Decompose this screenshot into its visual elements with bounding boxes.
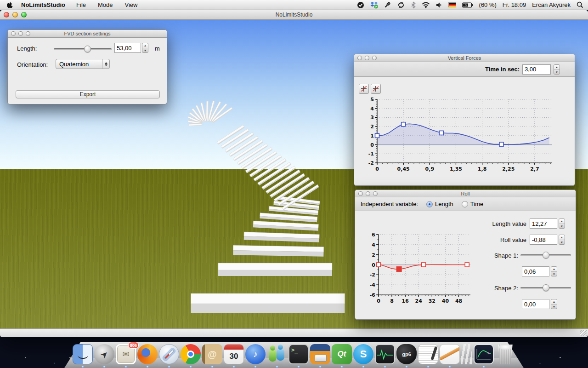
control-point[interactable] bbox=[375, 133, 379, 138]
control-point[interactable] bbox=[422, 263, 426, 267]
active-app-name[interactable]: NoLimitsStudio bbox=[21, 1, 65, 8]
zoom-button[interactable] bbox=[372, 56, 377, 60]
dock-trash-icon[interactable] bbox=[495, 344, 515, 364]
shape1-slider[interactable] bbox=[520, 252, 571, 259]
user-menu[interactable]: Ercan Akyürek bbox=[532, 1, 571, 8]
dock-launchpad-icon[interactable]: ➤ bbox=[94, 344, 114, 364]
trash-glyph[interactable] bbox=[495, 344, 515, 364]
dock-papers-icon[interactable] bbox=[418, 344, 438, 364]
length-value-stepper[interactable]: ▲▼ bbox=[559, 218, 565, 229]
minimize-button[interactable] bbox=[18, 31, 23, 36]
close-button[interactable] bbox=[4, 12, 9, 17]
close-button[interactable] bbox=[11, 31, 16, 36]
nolimits-glyph[interactable] bbox=[474, 344, 494, 364]
shape2-stepper[interactable]: ▲▼ bbox=[551, 299, 557, 309]
dock-contacts-icon[interactable]: @ bbox=[202, 344, 222, 364]
radio-length-icon[interactable] bbox=[426, 201, 433, 207]
length-slider-thumb[interactable] bbox=[84, 46, 91, 52]
dock-safari-icon[interactable] bbox=[159, 344, 179, 364]
dock-easel-icon[interactable] bbox=[440, 344, 460, 364]
add-spline-point-button[interactable] bbox=[359, 84, 369, 94]
finder-glyph[interactable] bbox=[73, 344, 93, 364]
task-check-icon[interactable] bbox=[357, 1, 364, 9]
dock-firefox-icon[interactable] bbox=[137, 344, 158, 364]
orientation-popup[interactable]: Quaternion bbox=[56, 59, 110, 69]
dock-qt-icon[interactable]: Qt bbox=[332, 344, 352, 364]
launchpad-glyph[interactable]: ➤ bbox=[94, 344, 114, 364]
dock-skype-icon[interactable]: S bbox=[353, 344, 373, 364]
shape2-slider[interactable] bbox=[520, 284, 571, 291]
bluetooth-icon[interactable] bbox=[411, 1, 416, 9]
papers-glyph[interactable] bbox=[418, 344, 438, 364]
zoom-button[interactable] bbox=[26, 31, 30, 36]
dock-ports-icon[interactable] bbox=[310, 344, 330, 364]
length-value-field[interactable] bbox=[530, 218, 557, 229]
roll-value-stepper[interactable]: ▲▼ bbox=[559, 235, 565, 245]
shape1-slider-thumb[interactable] bbox=[543, 252, 549, 259]
zoom-button[interactable] bbox=[21, 12, 27, 17]
ichat-glyph[interactable] bbox=[267, 344, 287, 364]
length-slider[interactable] bbox=[54, 46, 112, 52]
roll-value-field[interactable] bbox=[530, 235, 557, 245]
dock-gp6-icon[interactable]: gp6 bbox=[396, 344, 417, 364]
shape2-slider-thumb[interactable] bbox=[543, 284, 549, 291]
lamp-icon[interactable] bbox=[384, 1, 391, 9]
main-window-titlebar[interactable]: NoLimitsStudio bbox=[0, 10, 588, 20]
spotlight-icon[interactable] bbox=[577, 1, 583, 8]
control-point[interactable] bbox=[377, 263, 381, 267]
german-flag-input-icon[interactable] bbox=[448, 2, 456, 7]
length-field[interactable] bbox=[114, 43, 141, 53]
qt-glyph[interactable]: Qt bbox=[332, 344, 352, 364]
dropbox-icon[interactable] bbox=[370, 1, 378, 9]
sync-icon[interactable] bbox=[397, 1, 405, 9]
itunes-glyph[interactable]: ♪ bbox=[245, 344, 266, 364]
wifi-icon[interactable] bbox=[422, 2, 430, 8]
vertical-forces-chart[interactable]: 00,450,91,351,82,252,7-2-1012345 bbox=[362, 95, 567, 178]
control-point[interactable] bbox=[499, 142, 503, 146]
shape1-stepper[interactable]: ▲▼ bbox=[551, 266, 557, 276]
menu-view[interactable]: View bbox=[125, 1, 138, 8]
dock-ichat-icon[interactable] bbox=[267, 344, 287, 364]
dock-chrome-icon[interactable] bbox=[181, 344, 201, 364]
monitor-glyph[interactable] bbox=[375, 344, 395, 364]
fvd-titlebar[interactable]: FVD section settings bbox=[8, 30, 167, 38]
safari-glyph[interactable] bbox=[159, 344, 179, 364]
minimize-button[interactable] bbox=[12, 12, 18, 17]
export-button[interactable]: Export bbox=[16, 90, 160, 98]
roll-titlebar[interactable]: Roll bbox=[355, 190, 576, 198]
shape1-field[interactable] bbox=[522, 266, 549, 276]
chrome-glyph[interactable] bbox=[181, 344, 201, 364]
radio-time[interactable]: Time bbox=[462, 201, 483, 207]
skype-glyph[interactable]: S bbox=[353, 344, 373, 364]
selected-control-point[interactable] bbox=[396, 267, 401, 272]
calendar-glyph[interactable]: 30 bbox=[224, 344, 244, 364]
minimize-button[interactable] bbox=[366, 191, 370, 196]
time-in-sec-field[interactable] bbox=[522, 64, 551, 75]
dock-itunes-icon[interactable]: ♪ bbox=[245, 344, 266, 364]
dock-finder-icon[interactable] bbox=[73, 344, 93, 364]
minimize-button[interactable] bbox=[365, 56, 369, 60]
shape2-field[interactable] bbox=[522, 299, 549, 309]
add-linear-point-button[interactable] bbox=[371, 84, 381, 94]
contacts-glyph[interactable]: @ bbox=[202, 344, 222, 364]
menu-clock[interactable]: Fr. 18:09 bbox=[503, 1, 526, 8]
dock-nolimits-icon[interactable] bbox=[474, 344, 494, 364]
dock-mail-icon[interactable]: ✉806 bbox=[116, 344, 136, 364]
menu-mode[interactable]: Mode bbox=[98, 1, 113, 8]
easel-glyph[interactable] bbox=[440, 344, 460, 364]
volume-icon[interactable] bbox=[436, 2, 442, 8]
close-button[interactable] bbox=[358, 191, 363, 196]
vertical-forces-titlebar[interactable]: Vertical Forces bbox=[354, 54, 575, 62]
ports-glyph[interactable] bbox=[310, 344, 330, 364]
close-button[interactable] bbox=[357, 56, 362, 60]
firefox-glyph[interactable] bbox=[137, 344, 158, 364]
time-stepper[interactable]: ▲▼ bbox=[554, 64, 560, 75]
control-point[interactable] bbox=[439, 131, 443, 135]
roll-chart[interactable]: 081624324048-6-4-20246 bbox=[365, 230, 480, 310]
apple-menu-icon[interactable] bbox=[6, 1, 13, 9]
gp6-glyph[interactable]: gp6 bbox=[396, 344, 417, 364]
menu-file[interactable]: File bbox=[76, 1, 86, 8]
dock-terminal-icon[interactable]: >_ bbox=[288, 344, 309, 364]
battery-icon[interactable] bbox=[462, 2, 473, 8]
control-point[interactable] bbox=[465, 263, 469, 267]
